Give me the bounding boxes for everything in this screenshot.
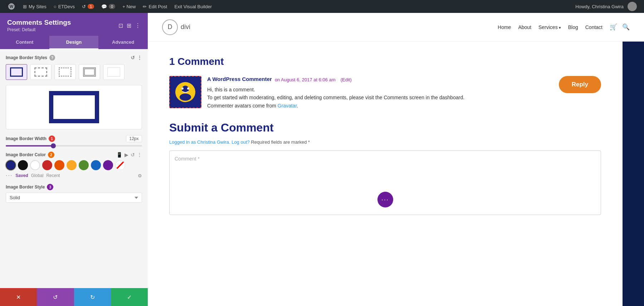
nav-about[interactable]: About (518, 23, 531, 32)
border-style-none-btn[interactable] (103, 64, 125, 80)
image-border-styles-section: Image Border Styles ? ↺ ⋮ (6, 55, 142, 80)
dots-icon[interactable]: ··· (6, 172, 13, 179)
howdy-item[interactable]: Howdy, Christina Gwira (572, 0, 640, 13)
layout-icon[interactable]: ⊞ (127, 22, 131, 29)
border-width-slider[interactable] (6, 145, 142, 147)
avatar (628, 2, 637, 11)
color-tab-global[interactable]: Global (31, 173, 44, 178)
cancel-button[interactable]: ✕ (0, 288, 37, 306)
submit-comment-section: Submit a Comment Logged in as Christina … (169, 121, 601, 215)
action-bar: ✕ ↺ ↻ ✓ (0, 288, 148, 306)
swatch-red[interactable] (42, 160, 52, 170)
confirm-icon: ✓ (127, 294, 132, 301)
color-tab-saved[interactable]: Saved (15, 173, 28, 178)
dots-icon: ··· (381, 196, 389, 204)
logout-link[interactable]: Log out? (231, 139, 250, 145)
nav-home[interactable]: Home (498, 23, 511, 32)
color-gear-icon[interactable]: ⚙ (138, 173, 142, 178)
comment-count-item[interactable]: ↺ 1 (79, 0, 97, 13)
border-color-badge: 2 (48, 152, 54, 158)
border-style-solid-btn[interactable] (6, 64, 27, 80)
border-color-label: Image Border Color (6, 152, 46, 157)
border-width-value[interactable]: 12px (126, 135, 142, 142)
submit-comment-heading: Submit a Comment (169, 121, 601, 134)
sidebar-tabs: Content Design Advanced (0, 36, 148, 49)
edit-icon: ✏ (143, 4, 147, 9)
border-style-options (6, 64, 142, 80)
border-style-double-btn[interactable] (79, 64, 100, 80)
comment-text: Hi, this is a comment. To get started wi… (207, 86, 601, 110)
nav-services[interactable]: Services (538, 23, 561, 32)
comment-author: A WordPress Commenter (207, 76, 272, 82)
admin-bar: W ⊞ My Sites ○ ETDevs ↺ 1 💬 0 + New ✏ Ed… (0, 0, 644, 13)
swatch-yellow[interactable] (67, 160, 77, 170)
swatch-orange[interactable] (54, 160, 64, 170)
more-color-icon[interactable]: ⋮ (137, 152, 142, 158)
swatch-dark-blue[interactable] (6, 160, 16, 170)
border-style-badge: 3 (47, 184, 53, 190)
logged-in-link[interactable]: Logged in as Christina Gwira. (169, 139, 230, 145)
comment-edit-link[interactable]: (Edit) (341, 77, 352, 82)
reply-button[interactable]: Reply (559, 76, 601, 93)
wp-logo-item[interactable]: W (4, 0, 19, 13)
redo-button[interactable]: ↻ (74, 288, 111, 306)
border-style-select[interactable]: Solid Dashed Dotted Double None (6, 192, 142, 203)
more-border-style-icon[interactable]: ⋮ (137, 55, 142, 61)
tab-content[interactable]: Content (0, 36, 49, 49)
swatch-white[interactable] (30, 160, 40, 170)
edit-post-item[interactable]: ✏ Edit Post (140, 0, 170, 13)
page-content: 1 Comment (148, 42, 623, 306)
comment-textarea-wrap: Comment * ··· (169, 150, 601, 215)
reset-color-icon[interactable]: ↺ (131, 152, 135, 158)
undo-button[interactable]: ↺ (37, 288, 74, 306)
nav-contact[interactable]: Contact (585, 23, 602, 32)
comment-avatar-wrap (169, 76, 201, 110)
border-style-dotted-btn[interactable] (54, 64, 76, 80)
nav-blog[interactable]: Blog (568, 23, 578, 32)
border-style-label: Image Border Style (6, 185, 45, 190)
expand-icon[interactable]: ⊡ (118, 22, 123, 29)
floating-dots-button[interactable]: ··· (377, 192, 393, 207)
page-body: 1 Comment (148, 42, 644, 306)
undo-icon: ↺ (53, 294, 58, 301)
swatch-black[interactable] (18, 160, 28, 170)
exit-builder-item[interactable]: Exit Visual Builder (171, 0, 215, 13)
comment-icon: ↺ (82, 4, 86, 9)
image-border-color-section: Image Border Color 2 📱 ▶ ↺ ⋮ (6, 152, 142, 179)
new-item[interactable]: + New (119, 0, 138, 13)
etdevs-icon: ○ (54, 4, 57, 9)
etdevs-item[interactable]: ○ ETDevs (51, 0, 78, 13)
dark-sidebar (623, 42, 644, 306)
swatch-purple[interactable] (103, 160, 113, 170)
site-logo: D divi (162, 19, 190, 35)
sites-icon: ⊞ (23, 4, 27, 9)
search-icon[interactable]: 🔍 (622, 23, 630, 31)
gravatar-link[interactable]: Gravatar (278, 103, 297, 109)
swatch-green[interactable] (79, 160, 89, 170)
more-icon[interactable]: ⋮ (135, 22, 141, 29)
sidebar-content: Image Border Styles ? ↺ ⋮ (0, 49, 148, 288)
comment-count-heading: 1 Comment (169, 56, 601, 67)
swatch-none[interactable] (115, 160, 125, 170)
avatar-image (175, 81, 196, 103)
tab-design[interactable]: Design (49, 36, 99, 49)
help-icon[interactable]: ? (49, 55, 55, 61)
mobile-icon[interactable]: 📱 (116, 152, 122, 158)
border-preview-inner (49, 91, 99, 123)
cart-icon[interactable]: 🛒 (610, 23, 617, 31)
nav-links: Home About Services Blog Contact (498, 23, 602, 32)
border-style-dashed-btn[interactable] (30, 64, 52, 80)
my-sites-item[interactable]: ⊞ My Sites (20, 0, 49, 13)
swatch-blue[interactable] (91, 160, 101, 170)
comment-textarea-label: Comment * (175, 156, 596, 162)
confirm-button[interactable]: ✓ (111, 288, 148, 306)
svg-text:W: W (10, 4, 14, 9)
cursor-icon[interactable]: ▶ (125, 152, 128, 158)
reset-border-style-icon[interactable]: ↺ (131, 55, 135, 61)
bubble-icon: 💬 (101, 4, 107, 9)
tab-advanced[interactable]: Advanced (98, 36, 148, 49)
slider-thumb[interactable] (51, 143, 56, 148)
redo-icon: ↻ (90, 294, 95, 301)
bubble-count-item[interactable]: 💬 0 (98, 0, 118, 13)
color-tab-recent[interactable]: Recent (46, 173, 60, 178)
